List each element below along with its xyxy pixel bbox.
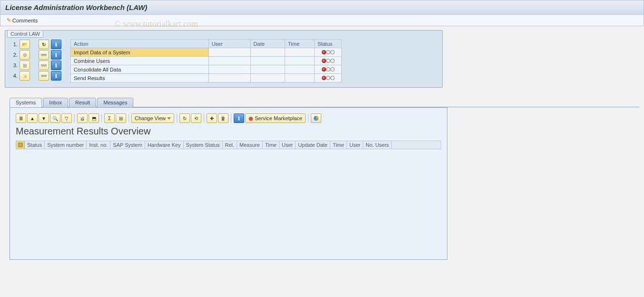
tab-result[interactable]: Result xyxy=(69,98,96,107)
status-cell xyxy=(315,65,342,74)
gear-button[interactable] xyxy=(20,50,30,60)
tabstrip: Systems Inbox Result Messages xyxy=(10,97,639,107)
time-cell xyxy=(285,57,315,65)
col-rel[interactable]: Rel. xyxy=(223,141,238,149)
pie-chart-icon xyxy=(313,115,319,121)
filter-button[interactable]: ▽ xyxy=(61,113,72,123)
col-update-date[interactable]: Update Date xyxy=(296,141,330,149)
change-view-label: Change View xyxy=(135,115,166,121)
info-button-3[interactable] xyxy=(51,61,61,70)
table-row[interactable]: Combine Users xyxy=(71,57,342,65)
tab-inbox[interactable]: Inbox xyxy=(43,98,68,107)
status-cell xyxy=(315,48,342,57)
col-measure[interactable]: Measure xyxy=(237,141,263,149)
change-view-button[interactable]: Change View xyxy=(131,113,174,123)
tab-messages[interactable]: Messages xyxy=(97,98,133,107)
export-icon xyxy=(23,73,27,79)
status-cell xyxy=(315,57,342,65)
col-sap-system[interactable]: SAP System xyxy=(110,141,145,149)
sum-button[interactable]: Σ xyxy=(104,113,115,123)
export-button[interactable] xyxy=(20,71,30,81)
details-button[interactable]: ≣ xyxy=(16,113,26,123)
col-no-users[interactable]: No. Users xyxy=(363,141,392,149)
col-system-status[interactable]: System Status xyxy=(184,141,223,149)
subtotal-button[interactable]: ⊞ xyxy=(116,113,126,123)
glasses-icon xyxy=(40,73,47,79)
info-icon xyxy=(55,73,57,79)
glasses-button-3[interactable] xyxy=(39,61,49,70)
control-law-title: Control LAW xyxy=(7,30,43,38)
separator xyxy=(74,114,75,123)
traffic-light-icon xyxy=(322,76,335,80)
time-cell xyxy=(285,74,315,82)
action-cell: Import Data of a System xyxy=(71,48,209,57)
info-icon xyxy=(55,63,57,68)
page-title: License Administration Workbench (LAW) xyxy=(0,0,644,15)
refresh-button-1[interactable] xyxy=(39,40,49,49)
table-row[interactable]: Send Results xyxy=(71,74,342,82)
traffic-light-icon xyxy=(322,59,335,63)
chart-button[interactable] xyxy=(311,113,321,123)
row-num: 2. xyxy=(10,52,18,58)
table-row[interactable]: Consolidate All Data xyxy=(71,65,342,74)
export-spreadsheet-button[interactable]: ⬒ xyxy=(89,113,99,123)
user-cell xyxy=(208,48,250,57)
separator xyxy=(231,114,231,123)
time-cell xyxy=(285,48,315,57)
create-button[interactable]: ✚ xyxy=(207,113,217,123)
info-icon xyxy=(55,42,57,47)
svg-rect-1 xyxy=(19,143,22,147)
tab-systems[interactable]: Systems xyxy=(10,98,42,107)
info-button-4[interactable] xyxy=(51,71,61,81)
calc-button[interactable] xyxy=(20,61,30,70)
panel-title: Measurement Results Overview xyxy=(16,126,441,137)
col-time-2[interactable]: Time xyxy=(330,141,347,149)
delete-button[interactable]: 🗑 xyxy=(218,113,228,123)
col-system-number[interactable]: System number xyxy=(45,141,87,149)
app-toolbar: Comments xyxy=(0,15,644,26)
chevron-down-icon xyxy=(167,117,171,120)
action-cell: Combine Users xyxy=(71,57,209,65)
refresh-panel-button[interactable]: ↻ xyxy=(179,113,190,123)
comments-label: Comments xyxy=(12,18,38,23)
glasses-button-2[interactable] xyxy=(39,50,49,60)
find-button[interactable]: 🔍 xyxy=(50,113,60,123)
info-button-1[interactable] xyxy=(51,40,61,49)
control-law-group: Control LAW 1. 2. xyxy=(5,30,443,88)
glasses-icon xyxy=(40,62,47,69)
col-time: Time xyxy=(285,40,315,48)
open-folder-button[interactable] xyxy=(20,40,30,49)
traffic-light-icon xyxy=(322,50,335,54)
col-hardware-key[interactable]: Hardware Key xyxy=(145,141,184,149)
row-num: 3. xyxy=(10,62,18,68)
service-marketplace-label: Service Marketplace xyxy=(255,115,302,121)
gear-icon xyxy=(23,52,27,58)
date-cell xyxy=(250,74,285,82)
select-all-column-button[interactable] xyxy=(16,141,25,149)
table-row[interactable]: Import Data of a System xyxy=(71,48,342,57)
sort-asc-button[interactable]: ▲ xyxy=(27,113,38,123)
info-button-2[interactable] xyxy=(51,50,61,60)
col-user-2[interactable]: User xyxy=(347,141,363,149)
separator xyxy=(177,114,177,123)
date-cell xyxy=(250,57,285,65)
panel-toolbar: ≣ ▲ ▼ 🔍 ▽ 🖨 ⬒ Σ ⊞ Change View ↻ ⟲ ✚ 🗑 xyxy=(16,113,441,123)
col-user: User xyxy=(208,40,250,48)
refresh-icon xyxy=(42,42,46,47)
service-marketplace-button[interactable]: ◉ Service Marketplace xyxy=(245,113,306,123)
row-num: 4. xyxy=(10,73,18,79)
sort-desc-button[interactable]: ▼ xyxy=(39,113,49,123)
status-cell xyxy=(315,74,342,82)
info-panel-button[interactable] xyxy=(234,113,244,123)
comments-button[interactable]: Comments xyxy=(5,17,39,24)
action-cell: Consolidate All Data xyxy=(71,65,209,74)
col-time[interactable]: Time xyxy=(263,141,279,149)
select-all-icon xyxy=(18,143,23,147)
col-user[interactable]: User xyxy=(279,141,296,149)
col-action: Action xyxy=(71,40,209,48)
print-button[interactable]: 🖨 xyxy=(77,113,88,123)
layout-button[interactable]: ⟲ xyxy=(191,113,201,123)
glasses-button-4[interactable] xyxy=(39,71,49,81)
col-status[interactable]: Status xyxy=(25,141,45,149)
col-inst-no[interactable]: Inst. no. xyxy=(87,141,110,149)
